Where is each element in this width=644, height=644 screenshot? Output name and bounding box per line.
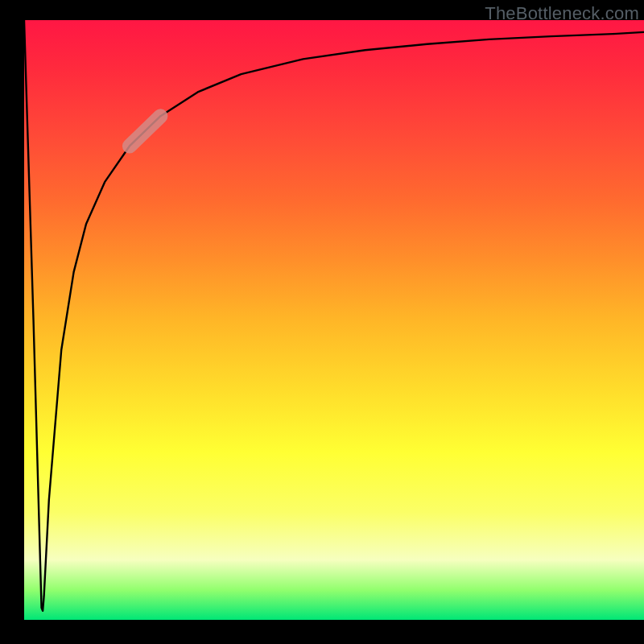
watermark-text: TheBottleneck.com [485,3,639,24]
bottleneck-curve [24,20,644,611]
curve-layer [24,20,644,620]
curve-highlight-segment [130,116,161,146]
chart-frame: TheBottleneck.com [0,0,644,644]
